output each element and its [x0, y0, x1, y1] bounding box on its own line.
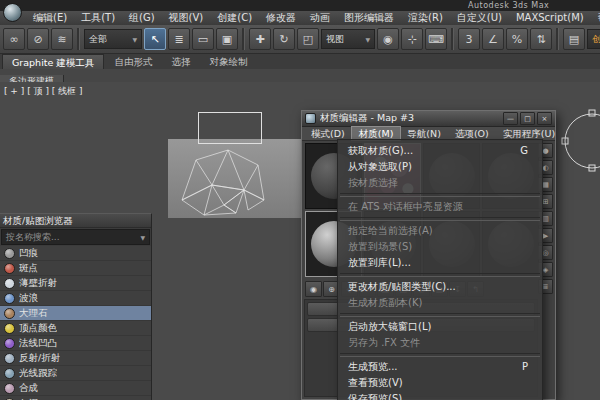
- edit-named-selection-sets-button[interactable]: ▤: [563, 28, 585, 50]
- snaps-toggle-button[interactable]: 3: [458, 28, 480, 50]
- select-object-button[interactable]: ↖: [144, 28, 166, 50]
- material-menu-item[interactable]: 启动放大镜窗口(L): [338, 319, 542, 335]
- menubar-item[interactable]: MAXScript(M): [509, 11, 591, 25]
- window-buttons: —□×: [503, 112, 552, 125]
- menubar-item[interactable]: 渲染(R): [401, 11, 450, 25]
- menu-item-shortcut: G: [520, 143, 528, 159]
- browser-item-label: 大理石: [19, 307, 48, 320]
- 3dsmax-logo-icon[interactable]: [3, 3, 22, 22]
- map-type-icon: [4, 323, 15, 334]
- browser-item-label: 灰泥: [19, 397, 38, 400]
- material-menu-item[interactable]: 查看预览(V): [338, 375, 542, 391]
- reference-coordinate-system-value: 视图: [326, 33, 344, 46]
- menu-item-label: 另存为 .FX 文件: [348, 335, 420, 351]
- material-menu-item[interactable]: 获取材质(G)...G: [338, 143, 542, 159]
- keyboard-shortcut-override-button[interactable]: ⌨: [425, 28, 447, 50]
- ribbon-tab[interactable]: Graphite 建模工具: [2, 54, 104, 69]
- select-and-scale-button[interactable]: ◰: [297, 28, 319, 50]
- browser-item[interactable]: 合成: [0, 381, 151, 396]
- search-input[interactable]: 按名称搜索... ▼: [1, 229, 150, 245]
- material-menu-item[interactable]: 保存预览(S)...: [338, 391, 542, 400]
- chevron-down-icon[interactable]: ▼: [140, 234, 145, 241]
- selection-filter-value: 全部: [89, 33, 107, 46]
- angle-snap-toggle-button[interactable]: ∠: [482, 28, 504, 50]
- menubar-item[interactable]: 组(G): [122, 11, 162, 25]
- reference-coordinate-system-dropdown[interactable]: 视图▼: [321, 29, 375, 49]
- menubar-item[interactable]: 工具(T): [74, 11, 122, 25]
- rectangular-selection-region-button[interactable]: ▭: [192, 28, 214, 50]
- viewport-label[interactable]: [ + ] [ 顶 ] [ 线框 ]: [4, 85, 83, 98]
- material-menu-item: 生成材质副本(K): [338, 295, 542, 311]
- browser-item[interactable]: 法线凹凸: [0, 336, 151, 351]
- menubar-item[interactable]: 视图(V): [162, 11, 211, 25]
- menubar-item[interactable]: 创建(C): [210, 11, 259, 25]
- browser-item[interactable]: 光线跟踪: [0, 366, 151, 381]
- chevron-down-icon: ▼: [132, 36, 137, 43]
- ribbon-tab[interactable]: 选择: [162, 54, 199, 69]
- browser-item[interactable]: 反射/折射: [0, 351, 151, 366]
- material-menu-item: 按材质选择: [338, 175, 542, 191]
- 3dsmax-application: Autodesk 3ds Max 编辑(E)工具(T)组(G)视图(V)创建(C…: [0, 0, 600, 400]
- unlink-selection-button[interactable]: ⊘: [27, 28, 49, 50]
- material-editor-icon: [305, 113, 316, 124]
- menubar-item[interactable]: 修改器: [259, 11, 303, 25]
- main-menubar: 编辑(E)工具(T)组(G)视图(V)创建(C)修改器动画图形编辑器渲染(R)自…: [0, 11, 600, 25]
- menu-item-label: 生成材质副本(K): [348, 295, 422, 311]
- material-menu-item[interactable]: 从对象选取(P): [338, 159, 542, 175]
- select-and-link-button[interactable]: ∞: [3, 28, 25, 50]
- browser-item-label: 波浪: [19, 292, 38, 305]
- get-material-button[interactable]: ◉: [305, 281, 322, 297]
- material-menu-item[interactable]: 放置到库(L)...: [338, 255, 542, 271]
- browser-item-label: 合成: [19, 382, 38, 395]
- browser-item[interactable]: 顶点颜色: [0, 321, 151, 336]
- percent-snap-toggle-button[interactable]: %: [506, 28, 528, 50]
- menubar-item[interactable]: 图形编辑器: [337, 11, 401, 25]
- menubar-item[interactable]: 自定义(U): [450, 11, 509, 25]
- arc-rotate-gizmo[interactable]: [556, 108, 600, 174]
- menubar-item[interactable]: 帮助(H): [591, 11, 600, 25]
- select-and-rotate-button[interactable]: ↻: [273, 28, 295, 50]
- material-menu-item: 在 ATS 对话框中亮显资源: [338, 199, 542, 215]
- browser-item[interactable]: 斑点: [0, 261, 151, 276]
- select-and-manipulate-button[interactable]: ⊹: [401, 28, 423, 50]
- map-type-icon: [4, 278, 15, 289]
- menu-separator: [340, 193, 540, 197]
- selection-filter-dropdown[interactable]: 全部▼: [84, 29, 142, 49]
- menu-item-label: 获取材质(G)...: [348, 143, 413, 159]
- ribbon-tab[interactable]: 对象绘制: [200, 54, 256, 69]
- map-type-icon: [4, 293, 15, 304]
- window-crossing-button[interactable]: ▣: [216, 28, 238, 50]
- map-type-icon: [4, 263, 15, 274]
- maximize-button[interactable]: □: [520, 112, 535, 125]
- menu-item-label: 更改材质/贴图类型(C)...: [348, 279, 456, 295]
- window-titlebar: Autodesk 3ds Max: [0, 0, 600, 11]
- material-editor-titlebar[interactable]: 材质编辑器 - Map #3 —□×: [302, 111, 555, 127]
- bind-to-space-warp-button[interactable]: ≋: [51, 28, 73, 50]
- spinner-snap-toggle-button[interactable]: ⇅: [530, 28, 552, 50]
- close-button[interactable]: ×: [537, 112, 552, 125]
- menu-separator: [340, 273, 540, 277]
- wireframe-mesh: [170, 140, 280, 220]
- menu-separator: [340, 313, 540, 317]
- minimize-button[interactable]: —: [503, 112, 518, 125]
- material-menu-item[interactable]: 更改材质/贴图类型(C)...: [338, 279, 542, 295]
- use-pivot-point-center-button[interactable]: ◉: [377, 28, 399, 50]
- toolbar-divider: [242, 28, 245, 50]
- select-by-name-button[interactable]: ≣: [168, 28, 190, 50]
- menubar-item[interactable]: 动画: [303, 11, 337, 25]
- browser-item[interactable]: 波浪: [0, 291, 151, 306]
- menubar-item[interactable]: 编辑(E): [26, 11, 74, 25]
- chevron-down-icon: ▼: [365, 36, 370, 43]
- menu-item-label: 在 ATS 对话框中亮显资源: [348, 199, 463, 215]
- ribbon-tab[interactable]: 自由形式: [105, 54, 161, 69]
- browser-item[interactable]: 凹痕: [0, 246, 151, 261]
- browser-item[interactable]: 灰泥: [0, 396, 151, 400]
- material-menu-item[interactable]: 生成预览...P: [338, 359, 542, 375]
- select-and-move-button[interactable]: ✚: [249, 28, 271, 50]
- browser-item[interactable]: 薄壁折射: [0, 276, 151, 291]
- named-selection-sets-dropdown[interactable]: 创建选择集▼: [587, 29, 600, 49]
- browser-item[interactable]: 大理石: [0, 306, 151, 321]
- toolbar-divider: [77, 28, 80, 50]
- menu-item-label: 保存预览(S)...: [348, 391, 412, 400]
- menu-item-label: 启动放大镜窗口(L): [348, 319, 431, 335]
